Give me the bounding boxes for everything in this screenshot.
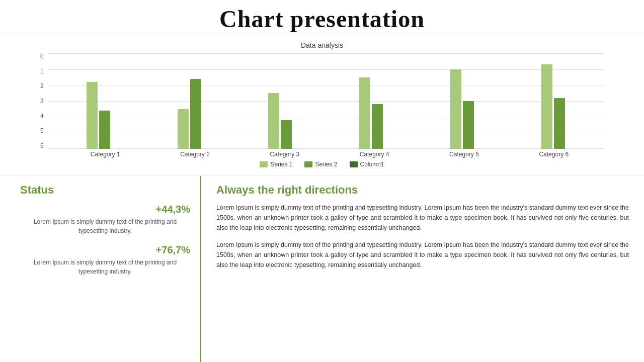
y-axis: 6 5 4 3 2 1 0 (40, 53, 44, 149)
legend-s1: Series 1 (260, 161, 292, 168)
directions-title: Always the right directions (216, 184, 629, 197)
x-label-3: Category 3 (265, 151, 305, 158)
status-percent-1: +44,3% (20, 204, 190, 215)
status-block-2: +76,7% Lorem Ipsum is simply dummy text … (20, 244, 190, 276)
x-axis: Category 1 Category 2 Category 3 Categor… (55, 149, 604, 158)
right-column: Always the right directions Lorem Ipsum … (201, 176, 644, 362)
status-title: Status (20, 184, 190, 197)
bar-cat1-s2 (99, 111, 110, 149)
legend-label-s2: Series 2 (315, 161, 337, 168)
bar-group-6 (541, 64, 565, 149)
legend-c1: Column1 (350, 161, 384, 168)
status-text-1: Lorem Ipsum is simply dummy text of the … (20, 217, 190, 235)
bar-cat6-s2 (554, 98, 565, 149)
bar-cat2-s2 (190, 79, 201, 149)
status-column: Status +44,3% Lorem Ipsum is simply dumm… (0, 176, 201, 362)
status-percent-2: +76,7% (20, 244, 190, 256)
bar-cat2-s1 (178, 109, 189, 149)
chart-title: Data analysis (40, 41, 604, 49)
legend-s2: Series 2 (304, 161, 337, 168)
bottom-section: Status +44,3% Lorem Ipsum is simply dumm… (0, 175, 644, 362)
x-label-1: Category 1 (85, 151, 125, 158)
bars-container (48, 53, 604, 149)
y-label-5: 5 (40, 128, 44, 134)
bar-group-4 (359, 77, 383, 149)
x-label-2: Category 2 (175, 151, 215, 158)
page-title: Chart presentation (0, 5, 644, 33)
directions-block-2: Lorem Ipsum is simply dummy text of the … (216, 240, 629, 270)
y-label-1: 1 (40, 68, 44, 74)
y-label-4: 4 (40, 113, 44, 119)
y-label-3: 3 (40, 98, 44, 104)
y-label-2: 2 (40, 83, 44, 89)
legend-label-c1: Column1 (360, 161, 384, 168)
chart-legend: Series 1 Series 2 Column1 (40, 161, 604, 168)
bar-group-5 (450, 69, 474, 149)
bar-cat3-s2 (281, 120, 292, 149)
page: Chart presentation Data analysis 6 5 4 3… (0, 0, 644, 362)
x-label-5: Category 5 (444, 151, 484, 158)
bar-group-3 (268, 93, 292, 149)
bar-cat5-s2 (463, 101, 474, 149)
x-label-4: Category 4 (354, 151, 394, 158)
y-label-6: 6 (40, 143, 44, 149)
bar-cat5-s1 (450, 69, 461, 149)
directions-text-2: Lorem Ipsum is simply dummy text of the … (216, 240, 629, 270)
directions-block-1: Lorem Ipsum is simply dummy text of the … (216, 203, 629, 233)
chart-grid-bars (48, 53, 604, 149)
bar-cat6-s1 (541, 64, 552, 149)
status-text-2: Lorem Ipsum is simply dummy text of the … (20, 258, 190, 276)
bar-cat4-s1 (359, 77, 370, 149)
legend-swatch-c1 (350, 161, 358, 167)
y-label-0: 0 (40, 53, 44, 59)
chart-section: Data analysis 6 5 4 3 2 1 0 (0, 36, 644, 170)
bar-group-1 (87, 82, 110, 149)
bar-cat3-s1 (268, 93, 279, 149)
bar-cat1-s1 (87, 82, 98, 149)
status-block-1: +44,3% Lorem Ipsum is simply dummy text … (20, 204, 190, 235)
legend-swatch-s2 (304, 161, 312, 167)
header: Chart presentation (0, 0, 644, 36)
directions-text-1: Lorem Ipsum is simply dummy text of the … (216, 203, 629, 233)
bar-group-2 (178, 79, 201, 149)
legend-label-s1: Series 1 (270, 161, 292, 168)
x-label-6: Category 6 (534, 151, 574, 158)
bar-cat4-s2 (372, 104, 383, 149)
legend-swatch-s1 (260, 161, 268, 167)
